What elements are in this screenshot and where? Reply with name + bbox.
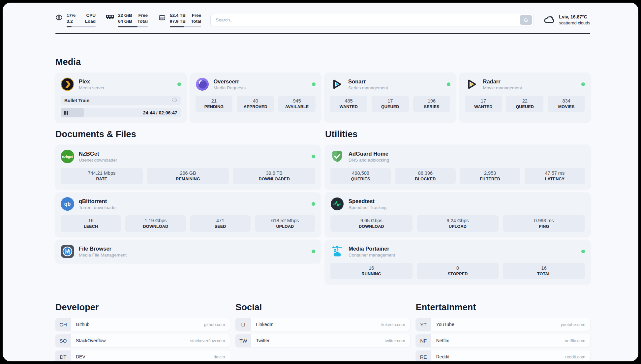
section-developer: Developer GH Github github.com SO StackO… — [55, 302, 230, 361]
disk-icon — [158, 14, 166, 23]
status-dot — [312, 155, 315, 158]
google-search-button[interactable]: G — [520, 15, 532, 25]
disk-progress-fill — [170, 26, 184, 27]
section-social: Social LI LinkedIn linkedin.com TW Twitt… — [235, 302, 410, 361]
app-name: Speedtest — [349, 198, 387, 204]
status-dot — [447, 82, 450, 86]
entertainment-section-title: Entertainment — [416, 302, 590, 313]
stat-queries: 498,508QUERIES — [330, 168, 391, 184]
social-section-title: Social — [235, 302, 410, 313]
stat-queued: 22QUEUED — [506, 96, 543, 112]
stat-downloaded: 39.6 TBDOWNLOADED — [233, 168, 315, 184]
header-divider — [55, 33, 590, 34]
link-github[interactable]: GH Github github.com — [55, 318, 230, 331]
stat-running: 16RUNNING — [330, 263, 412, 279]
cpu-icon — [55, 14, 63, 22]
developer-section-title: Developer — [55, 302, 230, 313]
cpu-progress-fill — [67, 26, 72, 27]
ram-icon — [106, 14, 114, 21]
stat-download: 1.19 GbpsDOWNLOAD — [125, 215, 186, 232]
stat-rate: 744.21 MbpsRATE — [61, 168, 143, 184]
playback-progress-bar: 24:44 / 02:06:47 — [61, 108, 181, 117]
nzbget-card[interactable]: nzbget NZBGet Usenet downloader 744.21 M… — [55, 145, 320, 189]
disk-total-label: Total — [191, 18, 201, 24]
memory-stat: 22 GiB 64 GiB Free Total — [106, 13, 148, 27]
memory-progress-track — [118, 26, 148, 27]
system-stats: 17% 3.2 CPU Load — [55, 13, 201, 27]
app-name: AdGuard Home — [349, 151, 389, 157]
app-name: NZBGet — [79, 151, 117, 157]
stat-wanted: 17WANTED — [465, 96, 502, 112]
stat-total: 16TOTAL — [503, 263, 585, 279]
cpu-usage-value: 17% — [67, 13, 76, 18]
section-utilities: Utilities — [325, 129, 590, 284]
status-dot — [312, 202, 315, 206]
app-subtitle: Media server — [79, 85, 105, 90]
app-subtitle: Container management — [349, 253, 395, 258]
search-bar: G — [210, 14, 534, 26]
stat-filtered: 2,953FILTERED — [460, 168, 520, 184]
github-abbr-icon: GH — [55, 318, 71, 331]
status-dot — [581, 82, 585, 86]
cpu-usage-label: CPU — [85, 13, 96, 18]
app-subtitle: Media Requests — [214, 85, 246, 90]
plex-icon — [61, 77, 74, 91]
app-subtitle: Usenet downloader — [79, 158, 117, 163]
stat-ping: 0.993 msPING — [503, 215, 585, 232]
sonarr-card[interactable]: Sonarr Series management 485WANTED 17QUE… — [325, 73, 456, 122]
stat-seed: 471SEED — [190, 215, 251, 232]
speedtest-card[interactable]: Speedtest Speedtest Tracking 9.65 GbpsDO… — [325, 193, 590, 236]
link-linkedin[interactable]: LI LinkedIn linkedin.com — [235, 318, 410, 331]
linkedin-abbr-icon: LI — [235, 318, 251, 331]
link-twitter[interactable]: TW Twitter twitter.com — [235, 334, 410, 347]
disk-progress-track — [170, 26, 201, 27]
stat-queued: 17QUEUED — [372, 96, 409, 112]
overseerr-icon — [196, 77, 209, 91]
documents-section-title: Documents & Files — [55, 129, 320, 139]
app-name: Overseerr — [214, 78, 246, 85]
status-dot — [312, 250, 315, 253]
playback-time: 24:44 / 02:06:47 — [143, 110, 177, 115]
memory-total-label: Total — [137, 18, 148, 24]
app-subtitle: Torrent downloader — [79, 205, 117, 210]
link-stackoverflow[interactable]: SO StackOverflow stackoverflow.com — [55, 334, 230, 347]
overseerr-card[interactable]: Overseerr Media Requests 21PENDING 40APP… — [190, 73, 321, 122]
memory-free-value: 22 GiB — [118, 13, 132, 18]
dashboard-frame: 17% 3.2 CPU Load — [3, 3, 638, 361]
search-input[interactable] — [210, 14, 534, 26]
app-name: Media Portainer — [349, 246, 395, 252]
app-subtitle: Series management — [348, 85, 388, 90]
link-reddit[interactable]: RE Reddit reddit.com — [416, 350, 590, 361]
pause-icon[interactable] — [64, 111, 68, 115]
cloud-icon — [543, 14, 555, 26]
portainer-crane-icon — [330, 245, 344, 258]
disk-stat: 52.4 TB 97.9 TB Free Total — [158, 13, 201, 27]
app-subtitle: Movie management — [483, 85, 522, 90]
stackoverflow-abbr-icon: SO — [55, 334, 71, 347]
portainer-card[interactable]: Media Portainer Container management 16R… — [325, 240, 590, 284]
dev-abbr-icon: DT — [55, 350, 71, 361]
twitter-abbr-icon: TW — [235, 334, 251, 347]
weather-widget: Lviv, 16.87°C scattered clouds — [543, 14, 590, 26]
adguard-shield-icon — [330, 150, 344, 163]
link-youtube[interactable]: YT YouTube youtube.com — [416, 318, 590, 331]
live-photo-icon — [171, 97, 177, 104]
header: 17% 3.2 CPU Load — [55, 13, 590, 27]
status-dot — [312, 82, 316, 86]
app-name: Radarr — [483, 78, 522, 85]
reddit-abbr-icon: RE — [416, 350, 431, 361]
qbittorrent-card[interactable]: qb qBittorrent Torrent downloader 16LEEC… — [55, 193, 320, 236]
radarr-card[interactable]: Radarr Movie management 17WANTED 22QUEUE… — [460, 73, 591, 122]
weather-condition: scattered clouds — [559, 20, 590, 26]
link-dev[interactable]: DT DEV dev.to — [55, 350, 230, 361]
stat-series: 196SERIES — [413, 96, 450, 112]
stat-wanted: 485WANTED — [330, 96, 367, 112]
adguard-card[interactable]: AdGuard Home DNS and adblocking 498,508Q… — [325, 145, 590, 189]
plex-card[interactable]: Plex Media server Bullet Train — [55, 73, 186, 122]
filebrowser-card[interactable]: File Browser Media File Management — [55, 240, 320, 263]
link-netflix[interactable]: NF Netflix netflix.com — [416, 334, 590, 347]
stat-upload: 618.52 MbpsUPLOAD — [255, 215, 315, 232]
stat-available: 945AVAILABLE — [278, 96, 316, 112]
app-name: Plex — [79, 78, 105, 85]
cpu-stat: 17% 3.2 CPU Load — [55, 13, 96, 27]
